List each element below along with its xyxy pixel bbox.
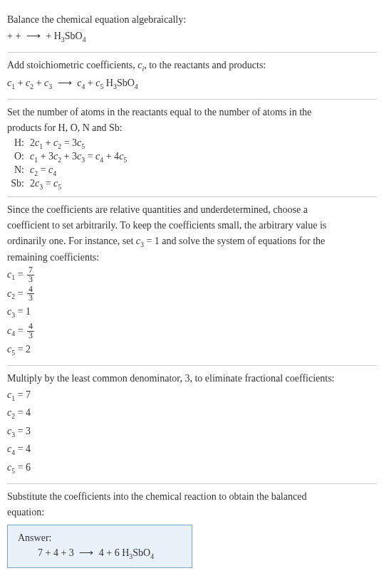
eq: = xyxy=(15,288,26,298)
c1-int: c1 = 7 xyxy=(7,387,377,404)
subscript: 4 xyxy=(135,82,138,90)
section-answer: Substitute the coefficients into the che… xyxy=(7,484,377,574)
text-part: Add stoichiometric coefficients, xyxy=(7,60,137,70)
eq: = xyxy=(15,325,26,335)
atom-intro: products for H, O, N and Sb: xyxy=(7,121,377,135)
balanced-equation: 7 + 4 + 3 ⟶ 4 + 6 H3SbO4 xyxy=(18,547,182,560)
product-text: SbO xyxy=(65,31,83,41)
section-balance-intro: Balance the chemical equation algebraica… xyxy=(7,7,377,53)
atom-equation: c1 + 3c2 + 3c3 = c4 + 4c5 xyxy=(30,151,127,164)
eq: = xyxy=(15,268,26,279)
subscript: 3 xyxy=(48,82,52,90)
plus: + xyxy=(15,78,26,88)
c2-int: c2 = 4 xyxy=(7,405,377,421)
atom-row-o: O: c1 + 3c2 + 3c3 = c4 + 4c5 xyxy=(10,151,377,164)
subscript: 4 xyxy=(150,552,154,560)
coeff: 7 xyxy=(38,547,46,558)
eq: = 7 xyxy=(15,389,31,400)
atom-row-n: N: c2 = c4 xyxy=(10,164,377,177)
plus: + 4 xyxy=(46,547,61,558)
eq: = 6 xyxy=(15,462,31,473)
denominator: 3 xyxy=(27,332,34,340)
atom-table: H: 2c1 + c2 = 3c5 O: c1 + 3c2 + 3c3 = c4… xyxy=(10,137,377,190)
product-text: + H xyxy=(46,31,61,41)
c1-value: c1 = 73 xyxy=(7,266,377,284)
plus: + xyxy=(43,137,53,148)
section-multiply: Multiply by the least common denominator… xyxy=(7,366,377,484)
eq: = xyxy=(85,151,95,162)
atom-equation: 2c3 = c5 xyxy=(30,178,61,191)
c3-int: c3 = 3 xyxy=(7,424,377,440)
c4-int: c4 = 4 xyxy=(7,441,377,458)
coeff-equation: c1 + c2 + c3 ⟶ c4 + c5 H3SbO4 xyxy=(7,75,377,92)
arrow-icon: ⟶ xyxy=(58,75,72,91)
eq: = xyxy=(43,178,53,189)
c2-value: c2 = 43 xyxy=(7,285,377,303)
atom-label: Sb: xyxy=(10,178,30,189)
eq: = 3 xyxy=(15,426,31,436)
arrow-icon: ⟶ xyxy=(26,28,41,44)
eq: = 4 xyxy=(15,443,31,454)
c5-int: c5 = 6 xyxy=(7,460,377,476)
plus: + xyxy=(33,78,44,88)
atom-label: N: xyxy=(10,164,30,176)
eq: = xyxy=(38,164,48,175)
answer-intro: equation: xyxy=(7,505,377,520)
answer-label: Answer: xyxy=(18,532,182,544)
answer-box: Answer: 7 + 4 + 3 ⟶ 4 + 6 H3SbO4 xyxy=(7,525,192,568)
subscript: 5 xyxy=(81,142,85,150)
formula-text: H xyxy=(103,78,113,88)
subscript: 5 xyxy=(123,156,127,164)
solve-text: ordinarily one. For instance, set c3 = 1… xyxy=(7,234,377,250)
fraction: 73 xyxy=(27,266,34,284)
plus: + 4 xyxy=(103,151,119,162)
subscript: 5 xyxy=(58,182,61,190)
atom-equation: c2 = c4 xyxy=(30,164,56,177)
atom-equation: 2c1 + c2 = 3c5 xyxy=(30,137,85,150)
denominator: 3 xyxy=(27,275,34,284)
atom-row-h: H: 2c1 + c2 = 3c5 xyxy=(10,137,377,150)
atom-intro: Set the number of atoms in the reactants… xyxy=(7,105,377,120)
plus: + xyxy=(85,78,95,88)
text-part: = 1 and solve the system of equations fo… xyxy=(144,236,325,246)
num: 2 xyxy=(30,178,35,189)
text-part: , to the reactants and products: xyxy=(144,60,266,70)
plus: + 3 xyxy=(38,151,53,162)
multiply-text: Multiply by the least common denominator… xyxy=(7,372,377,386)
arrow-icon: ⟶ xyxy=(79,547,93,559)
raw-equation: + + ⟶ + H3SbO4 xyxy=(7,28,377,45)
eq: = 1 xyxy=(15,306,31,317)
solve-text: coefficient to set arbitrarily. To keep … xyxy=(7,219,377,233)
eq: = 2 xyxy=(15,344,31,355)
atom-row-sb: Sb: 2c3 = c5 xyxy=(10,178,377,191)
plus: + 3 xyxy=(61,547,76,558)
subscript: 4 xyxy=(53,169,56,177)
c4-value: c4 = 43 xyxy=(7,322,377,340)
atom-label: H: xyxy=(10,137,30,149)
answer-intro: Substitute the coefficients into the che… xyxy=(7,490,377,504)
plus-placeholder: + xyxy=(7,31,15,41)
c5-value: c5 = 2 xyxy=(7,342,377,358)
fraction: 43 xyxy=(27,285,34,303)
denominator: 3 xyxy=(27,294,34,303)
coeff: 4 xyxy=(96,547,106,558)
section-atom-equations: Set the number of atoms in the reactants… xyxy=(7,100,377,197)
eq: = 3 xyxy=(61,137,77,148)
solve-text: remaining coefficients: xyxy=(7,251,377,265)
eq: = 4 xyxy=(15,407,31,418)
text-part: ordinarily one. For instance, set xyxy=(7,236,136,246)
intro-text: Balance the chemical equation algebraica… xyxy=(7,13,377,27)
formula-text: SbO xyxy=(117,78,135,88)
subscript: 4 xyxy=(83,35,86,43)
fraction: 43 xyxy=(27,322,34,340)
plus: + 3 xyxy=(61,151,77,162)
product: + 6 H xyxy=(106,547,129,558)
c3-value: c3 = 1 xyxy=(7,304,377,320)
solve-text: Since the coefficients are relative quan… xyxy=(7,203,377,217)
plus-placeholder: + xyxy=(15,31,23,41)
product: SbO xyxy=(133,547,150,558)
section-solve: Since the coefficients are relative quan… xyxy=(7,197,377,366)
atom-label: O: xyxy=(10,151,30,162)
section-add-coefficients: Add stoichiometric coefficients, ci, to … xyxy=(7,53,377,100)
num: 2 xyxy=(30,137,35,148)
